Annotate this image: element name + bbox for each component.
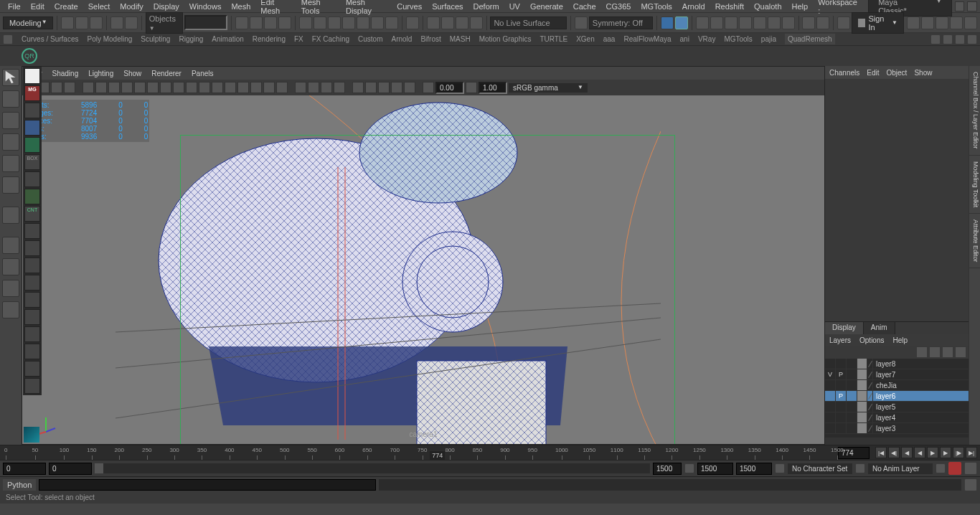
mg-tool13-icon[interactable]: [24, 344, 40, 359]
mode-dropdown[interactable]: Modeling▼: [3, 16, 53, 29]
menu-redshift[interactable]: Redshift: [710, 2, 749, 11]
symmetry-icon[interactable]: [575, 16, 588, 29]
script-language-dropdown[interactable]: Python: [3, 479, 36, 491]
panel-toggle-icon[interactable]: [964, 16, 977, 29]
iso1-icon[interactable]: [352, 82, 364, 93]
mg-tool5-icon[interactable]: [24, 189, 40, 204]
menu-mesh-display[interactable]: Mesh Display: [341, 0, 392, 15]
iso2-icon[interactable]: [365, 82, 377, 93]
play-forward-button[interactable]: ▶: [927, 447, 938, 458]
snap-view-icon[interactable]: [371, 16, 384, 29]
layer-visibility-toggle[interactable]: [825, 402, 836, 412]
shelf-tab-mgtools[interactable]: MGTools: [724, 35, 752, 43]
layer-display-type-toggle[interactable]: [847, 391, 857, 401]
layer-display-type-toggle[interactable]: [847, 369, 857, 379]
shelf-menu-icon[interactable]: [3, 34, 13, 44]
layer-color-swatch[interactable]: [857, 402, 867, 412]
shelf-tab-mash[interactable]: MASH: [450, 35, 471, 43]
shelf-tab-quadremesh[interactable]: QuadRemesh: [785, 34, 835, 44]
dof-icon[interactable]: [263, 82, 275, 93]
xray-joints-icon[interactable]: [225, 82, 236, 93]
layer-display-type-toggle[interactable]: [847, 359, 857, 369]
lock-icon[interactable]: [967, 1, 977, 11]
ipr-icon[interactable]: [710, 16, 723, 29]
menu-create[interactable]: Create: [50, 2, 83, 11]
layer-display-type-toggle[interactable]: [847, 380, 857, 390]
anim-layer-dropdown[interactable]: No Anim Layer: [868, 463, 933, 474]
menu-mesh[interactable]: Mesh: [226, 2, 255, 11]
open-scene-icon[interactable]: [75, 16, 88, 29]
iso5-icon[interactable]: [404, 82, 415, 93]
paint-select-tool[interactable]: [2, 112, 19, 129]
shelf-tab-turtle[interactable]: TURTLE: [540, 35, 567, 43]
layer-row[interactable]: layer8: [825, 359, 969, 369]
ao-icon[interactable]: [237, 82, 249, 93]
layer-color-swatch[interactable]: [857, 369, 867, 379]
mg-tool4-icon[interactable]: [24, 171, 40, 187]
select-mode-dropdown[interactable]: Objects ▼: [146, 12, 183, 34]
menu-select[interactable]: Select: [83, 2, 116, 11]
viewport[interactable]: Verts:589600 Edges:772400 Faces:770400 T…: [22, 95, 824, 444]
motion-blur-icon[interactable]: [250, 82, 262, 93]
layer-visibility-toggle[interactable]: [825, 359, 836, 369]
layer-color-swatch[interactable]: [857, 391, 867, 401]
mg-tool3-icon[interactable]: [24, 137, 40, 153]
snap-curve-icon[interactable]: [314, 16, 326, 29]
shelf-tab-rigging[interactable]: Rigging: [179, 35, 203, 43]
panel-menu-show[interactable]: Show: [123, 70, 141, 77]
snap-plane-icon[interactable]: [342, 16, 355, 29]
cb-show-menu[interactable]: Show: [914, 69, 932, 77]
gamma-icon[interactable]: [466, 82, 477, 93]
shelf-tab-realflow[interactable]: RealFlowMaya: [623, 35, 671, 43]
step-forward-key-button[interactable]: |▶: [953, 447, 964, 458]
shelf-tab-aaa[interactable]: aaa: [603, 35, 616, 43]
toggle-renderer-icon[interactable]: [696, 16, 709, 29]
shelf-trash-icon[interactable]: [967, 34, 977, 44]
pause-icon[interactable]: [816, 16, 829, 29]
channel-box-tab[interactable]: Channel Box / Layer Editor: [969, 66, 980, 156]
select-object-icon[interactable]: [264, 16, 277, 29]
exposure-field[interactable]: [435, 82, 464, 94]
mg-cnt-icon[interactable]: CNT: [24, 206, 40, 222]
layer-row[interactable]: layer3: [825, 423, 969, 434]
mg-blank-icon[interactable]: [24, 68, 40, 84]
layer-playback-toggle[interactable]: [836, 423, 847, 433]
time-slider[interactable]: 774 050100150200250300350400450500550600…: [0, 445, 980, 460]
layer-playback-toggle[interactable]: [836, 412, 847, 422]
step-back-button[interactable]: ◀: [901, 447, 913, 458]
light4-icon[interactable]: [334, 82, 345, 93]
layer-color-swatch[interactable]: [857, 423, 867, 433]
menu-generate[interactable]: Generate: [525, 2, 568, 11]
gate-mask-icon[interactable]: [121, 82, 133, 93]
xray-icon[interactable]: [212, 82, 223, 93]
shelf-tab-arnold[interactable]: Arnold: [391, 35, 412, 43]
layer-display-type-toggle[interactable]: [847, 423, 857, 433]
playback-end-field[interactable]: [653, 463, 682, 475]
snap-grid-icon[interactable]: [299, 16, 312, 29]
select-by-type-icon[interactable]: [235, 16, 248, 29]
attribute-editor-tab[interactable]: Attribute Editor: [969, 214, 980, 269]
render-setup-icon[interactable]: [753, 16, 766, 29]
character-set-dropdown[interactable]: No Character Set: [788, 463, 852, 474]
shelf-tab-fxcache[interactable]: FX Caching: [312, 35, 349, 43]
layer-row[interactable]: P layer6: [825, 391, 969, 402]
layer-visibility-toggle[interactable]: [825, 391, 836, 401]
shelf-tab-rendering[interactable]: Rendering: [253, 35, 286, 43]
anim-end-field[interactable]: [697, 463, 733, 475]
save-scene-icon[interactable]: [90, 16, 103, 29]
layer-options-menu[interactable]: Options: [859, 336, 884, 344]
outliner-icon[interactable]: [2, 301, 19, 318]
cb-object-menu[interactable]: Object: [887, 69, 908, 77]
redo-icon[interactable]: [125, 16, 138, 29]
layer-visibility-toggle[interactable]: [825, 412, 836, 422]
playblast-icon[interactable]: [802, 16, 815, 29]
isolate-icon[interactable]: [199, 82, 210, 93]
panel-layout4-icon[interactable]: [950, 16, 963, 29]
shelf-tab-bifrost[interactable]: Bifrost: [420, 35, 440, 43]
step-forward-button[interactable]: ▶: [940, 447, 951, 458]
modeling-toolkit-tab[interactable]: Modeling Toolkit: [969, 156, 980, 214]
layer-color-swatch[interactable]: [857, 359, 867, 369]
layer-help-menu[interactable]: Help: [892, 336, 908, 344]
mg-tool2-icon[interactable]: [24, 120, 40, 136]
anim-start-field[interactable]: [3, 463, 46, 475]
